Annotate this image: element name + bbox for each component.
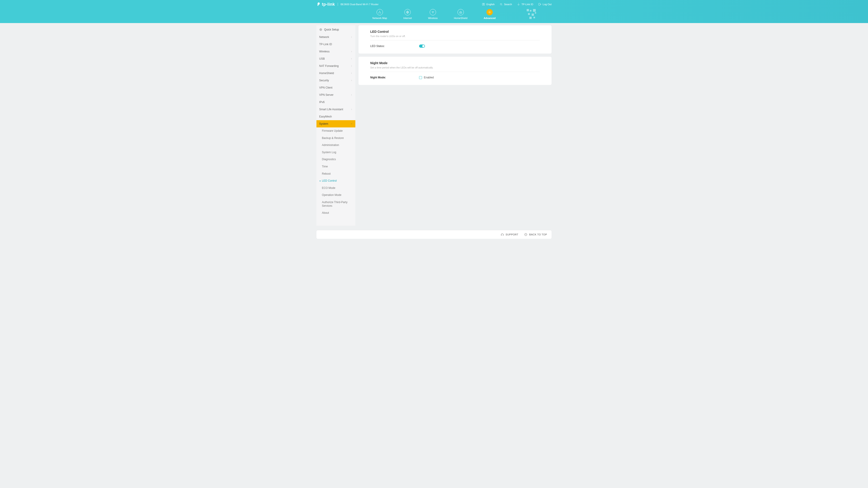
quick-setup-icon bbox=[319, 28, 322, 31]
tplink-logo-icon bbox=[316, 2, 321, 7]
svg-point-1 bbox=[500, 3, 502, 5]
sidebar-subitem-about[interactable]: About bbox=[316, 209, 355, 217]
tab-advanced-label: Advanced bbox=[484, 17, 496, 20]
top-actions: English Search TP-Link ID bbox=[482, 3, 552, 6]
tab-homeshield[interactable]: HomeShield bbox=[454, 9, 467, 20]
tab-advanced[interactable]: Advanced bbox=[484, 9, 496, 20]
tab-internet[interactable]: Internet bbox=[403, 9, 412, 20]
sidebar-subitem-administration[interactable]: Administration bbox=[316, 142, 355, 149]
main-content: LED Control Turn the router's LEDs on or… bbox=[359, 25, 552, 85]
advanced-icon bbox=[488, 10, 491, 14]
led-status-toggle[interactable] bbox=[419, 44, 425, 48]
svg-point-3 bbox=[379, 11, 380, 12]
sidebar-item-label: TP-Link ID bbox=[319, 43, 332, 46]
sidebar-subitem-firmware-update[interactable]: Firmware Update bbox=[316, 127, 355, 135]
sidebar-subitem-authorize-third-party-services[interactable]: Authorize Third-Party Services bbox=[316, 199, 355, 209]
app-header: tp-link BE3600 Dual-Band Wi-Fi 7 Router … bbox=[0, 0, 868, 23]
chevron-right-icon bbox=[350, 72, 352, 74]
tplink-id-label: TP-Link ID bbox=[522, 3, 533, 6]
sidebar-item-usb[interactable]: USB bbox=[316, 55, 355, 62]
sidebar-item-smart-life-assistant[interactable]: Smart Life Assistant bbox=[316, 106, 355, 113]
sidebar-item-label: Smart Life Assistant bbox=[319, 108, 343, 111]
svg-point-7 bbox=[433, 13, 433, 13]
sidebar-item-label: Security bbox=[319, 79, 329, 82]
support-label: SUPPORT bbox=[506, 233, 518, 236]
tab-wireless[interactable]: Wireless bbox=[428, 9, 438, 20]
language-icon bbox=[482, 3, 485, 6]
logout-icon bbox=[538, 3, 541, 6]
night-mode-label: Night Mode: bbox=[370, 76, 419, 79]
sidebar-subitem-diagnostics[interactable]: Diagnostics bbox=[316, 156, 355, 163]
page-body: Quick Setup NetworkTP-Link IDWirelessUSB… bbox=[316, 23, 552, 232]
svg-point-8 bbox=[460, 12, 461, 13]
support-button[interactable]: SUPPORT bbox=[501, 233, 518, 236]
led-card-title: LED Control bbox=[370, 30, 540, 33]
language-selector[interactable]: English bbox=[482, 3, 495, 6]
brand-logo: tp-link bbox=[316, 2, 335, 7]
sidebar-item-vpn-client[interactable]: VPN Client bbox=[316, 84, 355, 91]
sidebar-subitem-time[interactable]: Time bbox=[316, 163, 355, 170]
tab-homeshield-label: HomeShield bbox=[454, 17, 467, 20]
back-to-top-button[interactable]: BACK TO TOP bbox=[524, 233, 547, 236]
tab-internet-label: Internet bbox=[403, 17, 412, 20]
sidebar-item-label: HomeShield bbox=[319, 72, 334, 75]
logout-label: Log Out bbox=[543, 3, 552, 6]
chevron-right-icon bbox=[350, 79, 352, 82]
sidebar-item-label: Wireless bbox=[319, 50, 330, 53]
sidebar-subitem-system-log[interactable]: System Log bbox=[316, 149, 355, 156]
tab-network-map[interactable]: Network Map bbox=[373, 9, 387, 20]
sidebar-subitem-reboot[interactable]: Reboot bbox=[316, 170, 355, 177]
support-icon bbox=[501, 233, 504, 236]
tplink-id-button[interactable]: TP-Link ID bbox=[517, 3, 533, 6]
sidebar-item-tp-link-id[interactable]: TP-Link ID bbox=[316, 41, 355, 48]
night-card-desc: Set a time period when the LEDs will be … bbox=[370, 66, 540, 69]
sidebar-item-network[interactable]: Network bbox=[316, 33, 355, 41]
wireless-icon bbox=[431, 10, 435, 14]
primary-nav: Network Map Internet Wireless HomeShield… bbox=[316, 7, 552, 23]
tplink-id-icon bbox=[517, 3, 520, 6]
sidebar-subitem-led-control[interactable]: LED Control bbox=[316, 177, 355, 185]
back-to-top-icon bbox=[524, 233, 527, 236]
chevron-right-icon bbox=[350, 36, 352, 38]
sidebar-item-nat-forwarding[interactable]: NAT Forwarding bbox=[316, 62, 355, 70]
sidebar-item-system[interactable]: System bbox=[316, 120, 355, 127]
led-status-row: LED Status: bbox=[370, 44, 540, 48]
night-mode-checkbox[interactable] bbox=[419, 76, 422, 79]
svg-point-10 bbox=[320, 29, 322, 31]
sidebar: Quick Setup NetworkTP-Link IDWirelessUSB… bbox=[316, 25, 355, 226]
chevron-down-icon bbox=[350, 123, 352, 125]
sidebar-subitem-backup-restore[interactable]: Backup & Restore bbox=[316, 135, 355, 142]
sidebar-item-ipv6[interactable]: IPv6 bbox=[316, 98, 355, 106]
night-mode-row: Night Mode: Enabled bbox=[370, 76, 540, 79]
night-mode-enabled-label: Enabled bbox=[424, 76, 434, 79]
brand-name: tp-link bbox=[322, 2, 335, 7]
search-button[interactable]: Search bbox=[500, 3, 512, 6]
chevron-right-icon bbox=[350, 108, 352, 110]
sidebar-item-security[interactable]: Security bbox=[316, 77, 355, 84]
svg-point-9 bbox=[489, 12, 490, 13]
product-name: BE3600 Dual-Band Wi-Fi 7 Router bbox=[341, 3, 379, 6]
sidebar-item-vpn-server[interactable]: VPN Server bbox=[316, 91, 355, 98]
night-mode-card: Night Mode Set a time period when the LE… bbox=[359, 57, 552, 85]
sidebar-item-label: IPv6 bbox=[319, 101, 324, 104]
logout-button[interactable]: Log Out bbox=[538, 3, 552, 6]
tab-wireless-label: Wireless bbox=[428, 17, 438, 20]
night-card-title: Night Mode bbox=[370, 61, 540, 65]
svg-point-14 bbox=[525, 233, 527, 236]
sidebar-item-label: NAT Forwarding bbox=[319, 64, 339, 68]
svg-rect-13 bbox=[503, 234, 503, 235]
sidebar-subitems-system: Firmware UpdateBackup & RestoreAdministr… bbox=[316, 127, 355, 217]
sidebar-item-homeshield[interactable]: HomeShield bbox=[316, 70, 355, 77]
led-control-card: LED Control Turn the router's LEDs on or… bbox=[359, 25, 552, 54]
svg-rect-2 bbox=[539, 3, 540, 5]
back-to-top-label: BACK TO TOP bbox=[529, 233, 547, 236]
svg-rect-12 bbox=[501, 234, 502, 235]
sidebar-subitem-eco-mode[interactable]: ECO Mode bbox=[316, 185, 355, 192]
sidebar-item-easymesh[interactable]: EasyMesh bbox=[316, 113, 355, 120]
chevron-right-icon bbox=[350, 94, 352, 96]
sidebar-subitem-operation-mode[interactable]: Operation Mode bbox=[316, 192, 355, 199]
sidebar-item-wireless[interactable]: Wireless bbox=[316, 48, 355, 55]
chevron-right-icon bbox=[350, 58, 352, 60]
quick-setup-link[interactable]: Quick Setup bbox=[316, 25, 355, 33]
footer-bar: SUPPORT BACK TO TOP bbox=[316, 230, 552, 239]
